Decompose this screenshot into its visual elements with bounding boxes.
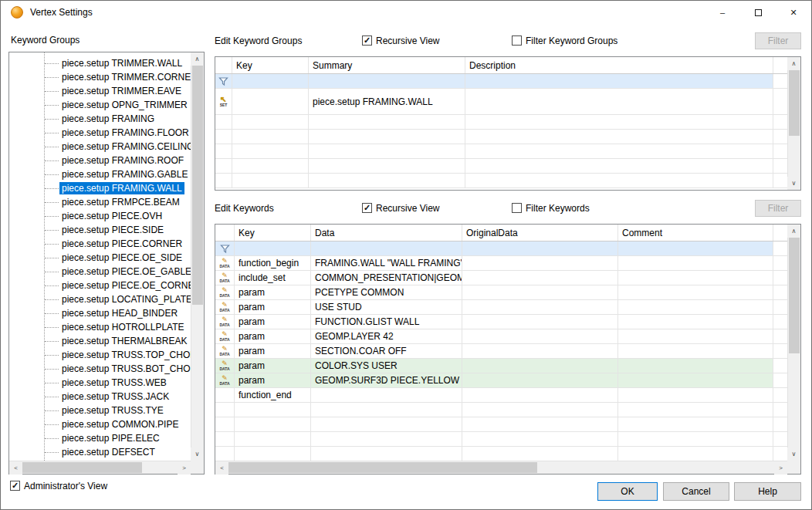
tree-item[interactable]: piece.setup FRAMING.ROOF [9, 154, 191, 167]
tree-item[interactable]: piece.setup PIECE.OE_CORNER [9, 279, 191, 292]
cell-comment[interactable] [618, 285, 773, 299]
tree-item-label[interactable]: piece.setup TRUSS.BOT_CHORD [59, 363, 191, 375]
tree-item-label[interactable]: piece.setup TRUSS.TYE [59, 404, 166, 417]
recursive-groups-checkbox[interactable]: ✓ Recursive View [362, 35, 439, 46]
cell-key[interactable] [232, 74, 309, 88]
cell-data[interactable]: COLOR.SYS USER [311, 359, 462, 373]
cell-comment[interactable] [618, 344, 773, 358]
tree-item[interactable]: piece.setup TRUSS.WEB [9, 376, 191, 390]
tree-item[interactable]: piece.setup OPNG_TRIMMER [9, 98, 191, 112]
scrollbar-thumb[interactable] [22, 462, 142, 473]
filter-groups-button[interactable]: Filter [755, 32, 801, 49]
tree-item-label[interactable]: piece.setup FRAMING.ROOF [59, 154, 186, 167]
tree-item-label[interactable]: piece.setup FRMPCE.BEAM [59, 196, 182, 208]
tree-item[interactable]: piece.setup FRAMING [9, 112, 191, 126]
tree-item-label[interactable]: piece.setup TRUSS.WEB [59, 377, 169, 389]
keyword-row[interactable]: ✎DATAinclude_setCOMMON_PRESENTATION|GEOM… [215, 271, 787, 285]
cell-data[interactable]: FUNCTION.GLIST WALL [311, 315, 462, 329]
keyword-row[interactable]: ✎DATAparamSECTION.COAR OFF [215, 344, 787, 359]
tree-item-label[interactable]: piece.setup PIECE.OE_GABLE [59, 265, 191, 278]
cell-original[interactable] [462, 315, 618, 329]
filter-row[interactable] [215, 241, 787, 256]
cell-key[interactable]: param [235, 315, 311, 329]
tree-item[interactable]: piece.setup FRMPCE.BEAM [9, 195, 191, 209]
row-indicator-cell[interactable] [215, 241, 235, 255]
column-header-key[interactable]: Key [235, 225, 311, 241]
scroll-right-icon[interactable]: > [774, 461, 787, 475]
keyword-row[interactable]: ✎DATAparamUSE STUD [215, 300, 787, 315]
scroll-right-icon[interactable]: > [178, 461, 191, 475]
tree-item-label[interactable]: piece.setup HOTROLLPLATE [59, 321, 187, 333]
cell-original[interactable] [462, 344, 618, 358]
cell-data[interactable]: FRAMING.WALL "WALL FRAMING" [311, 256, 462, 270]
filter-keywords-button[interactable]: Filter [755, 200, 801, 217]
keyword-group-row[interactable]: ↖SETpiece.setup FRAMING.WALL [215, 89, 787, 115]
tree-item-label[interactable]: piece.setup TRIMMER.EAVE [59, 85, 184, 97]
scrollbar-thumb[interactable] [789, 238, 800, 353]
tree-item[interactable]: piece.setup LOCATING_PLATE [9, 292, 191, 306]
tree-item[interactable]: piece.setup PIECE.OVH [9, 209, 191, 223]
tree-item[interactable]: piece.setup TRIMMER.EAVE [9, 84, 191, 98]
tree-item-label[interactable]: piece.setup FRAMING.FLOOR [59, 127, 191, 139]
keyword-row[interactable]: ✎DATAparamFUNCTION.GLIST WALL [215, 315, 787, 329]
cell-data[interactable]: GEOMP.LAYER 42 [311, 329, 462, 343]
tree-item-label[interactable]: piece.setup PIECE.OE_CORNER [59, 279, 191, 292]
column-header-key[interactable]: Key [232, 57, 309, 73]
checkbox-box[interactable]: ✓ [362, 35, 372, 46]
tree-item[interactable]: piece.setup THERMALBREAK [9, 334, 191, 348]
cell-data[interactable]: COMMON_PRESENTATION|GEOMP... [311, 271, 462, 285]
checkbox-box[interactable] [512, 35, 522, 46]
scroll-down-icon[interactable]: ∨ [787, 177, 800, 190]
cell-original[interactable] [462, 241, 618, 255]
scrollbar-thumb[interactable] [192, 66, 203, 305]
tree-item[interactable]: piece.setup TRUSS.TOP_CHORD [9, 348, 191, 362]
tree-item-label[interactable]: piece.setup FRAMING [59, 113, 157, 125]
column-header-comment[interactable]: Comment [618, 225, 773, 241]
cell-data[interactable]: SECTION.COAR OFF [311, 344, 462, 358]
grid-horizontal-scrollbar[interactable]: < > [215, 461, 787, 474]
column-header-originaldata[interactable]: OriginalData [462, 225, 618, 241]
cell-original[interactable] [462, 388, 618, 402]
cell-data[interactable]: PCETYPE COMMON [311, 285, 462, 299]
cell-key[interactable]: param [235, 300, 311, 314]
cell-comment[interactable] [618, 241, 773, 255]
cell-original[interactable] [462, 300, 618, 314]
ok-button[interactable]: OK [597, 482, 658, 501]
filter-row[interactable] [215, 74, 787, 89]
checkbox-box[interactable] [512, 203, 522, 213]
cell-key[interactable]: param [235, 329, 311, 343]
keyword-row[interactable]: ✎DATAparamPCETYPE COMMON [215, 285, 787, 300]
minimize-button[interactable]: – [705, 1, 740, 24]
cell-key[interactable]: include_set [235, 271, 311, 285]
keyword-row[interactable]: ✎DATAfunction_beginFRAMING.WALL "WALL FR… [215, 256, 787, 271]
keyword-row[interactable]: ✎DATAparamGEOMP.LAYER 42 [215, 329, 787, 344]
row-indicator-cell[interactable]: ✎DATA [215, 329, 235, 343]
row-indicator-cell[interactable]: ✎DATA [215, 256, 235, 270]
cell-data[interactable]: GEOMP.SURF3D PIECE.YELLOW [311, 373, 462, 387]
tree-item-label[interactable]: piece.setup HEAD_BINDER [59, 307, 180, 319]
cell-key[interactable] [232, 89, 309, 114]
cell-key[interactable]: function_end [235, 388, 311, 402]
scroll-down-icon[interactable]: ∨ [191, 448, 204, 461]
tree-item-label[interactable]: piece.setup TRUSS.JACK [59, 390, 171, 403]
cell-description[interactable] [465, 89, 773, 114]
tree-item[interactable]: piece.setup HOTROLLPLATE [9, 320, 191, 334]
cell-key[interactable] [235, 241, 311, 255]
cancel-button[interactable]: Cancel [663, 482, 729, 501]
tree-item[interactable]: piece.setup PIPE.ELEC [9, 431, 191, 445]
cell-original[interactable] [462, 256, 618, 270]
scroll-left-icon[interactable]: < [215, 461, 228, 475]
tree-item-label[interactable]: piece.setup DEFSECT [59, 446, 157, 458]
tree-item[interactable]: piece.setup FRAMING.GABLE [9, 167, 191, 181]
tree-item[interactable]: piece.setup FRAMING.WALL [9, 181, 191, 195]
scroll-up-icon[interactable]: ∧ [787, 57, 800, 70]
cell-key[interactable]: param [235, 373, 311, 387]
tree-item[interactable]: piece.setup TRIMMER.WALL [9, 56, 191, 70]
cell-data[interactable] [311, 388, 462, 402]
cell-original[interactable] [462, 329, 618, 343]
tree-item[interactable]: piece.setup PIECE.OE_GABLE [9, 265, 191, 279]
cell-key[interactable]: param [235, 344, 311, 358]
filter-groups-checkbox[interactable]: Filter Keyword Groups [512, 35, 617, 46]
cell-comment[interactable] [618, 388, 773, 402]
scroll-down-icon[interactable]: ∨ [787, 448, 800, 461]
